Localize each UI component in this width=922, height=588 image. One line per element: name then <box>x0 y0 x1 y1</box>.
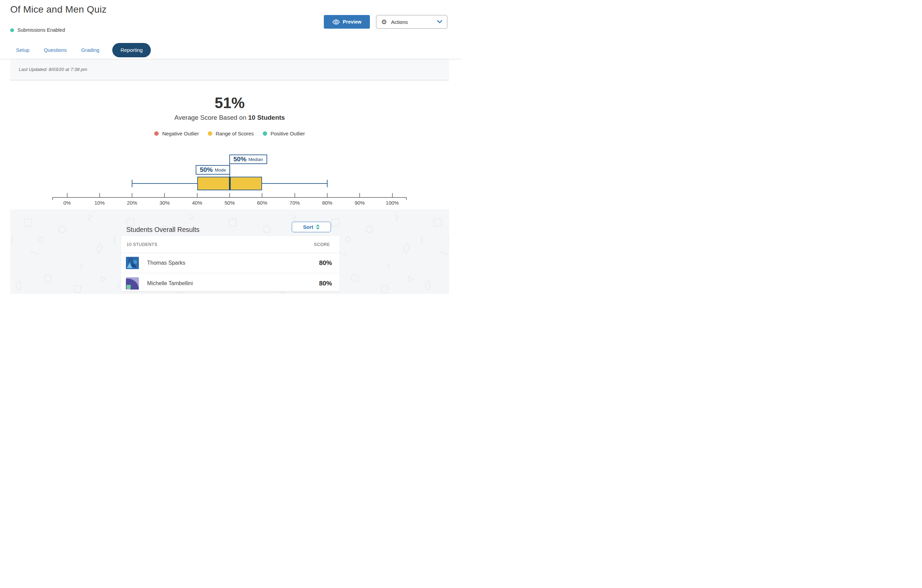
axis-tick-label: 90% <box>348 200 372 206</box>
status-label: Submissions Enabled <box>17 27 65 33</box>
chevron-down-icon <box>437 20 442 23</box>
max-whisker-cap <box>327 180 328 187</box>
tab-reporting-active[interactable]: Reporting <box>112 43 151 57</box>
axis-tick <box>392 193 393 197</box>
sort-button[interactable]: Sort <box>292 222 331 232</box>
axis-tick-label: 10% <box>88 200 111 206</box>
sort-arrows-icon <box>316 224 320 230</box>
axis-tick-label: 30% <box>152 200 177 206</box>
average-score-subtitle: Average Score Based on 10 Students <box>0 114 459 121</box>
subtitle-student-count: 10 Students <box>248 114 285 121</box>
student-score: 80% <box>319 259 332 267</box>
student-name: Michelle Tambellini <box>147 280 193 286</box>
axis-tick <box>327 193 328 197</box>
min-whisker-cap <box>132 180 132 187</box>
gear-icon: ⚙ <box>381 19 387 25</box>
mode-label: Mode <box>215 167 226 173</box>
sort-label: Sort <box>303 224 313 230</box>
page-title: Of Mice and Men Quiz <box>10 4 107 15</box>
legend-label: Positive Outlier <box>271 131 305 136</box>
negative-outlier-dot-icon <box>154 131 159 136</box>
status-dot-icon <box>10 28 14 32</box>
score-table-header: 10 STUDENTS SCORE <box>121 236 340 253</box>
median-connector-line <box>229 155 230 177</box>
legend-label: Range of Scores <box>216 131 254 136</box>
preview-label: Preview <box>343 19 362 24</box>
tab-grading[interactable]: Grading <box>81 43 99 57</box>
axis-tick-label: 20% <box>120 200 144 206</box>
avatar <box>126 257 139 269</box>
mode-value: 50% <box>199 166 213 173</box>
axis-tick-label: 80% <box>315 200 339 206</box>
column-students: 10 STUDENTS <box>127 242 157 247</box>
axis-tick <box>99 193 100 197</box>
legend-item-negative-outlier: Negative Outlier <box>154 131 199 136</box>
students-score-card: 10 STUDENTS SCORE Thomas Spar <box>121 236 340 292</box>
tab-bar: Setup Questions Grading Reporting <box>16 43 151 57</box>
average-score-value: 51% <box>0 95 459 111</box>
axis-tick-label: 70% <box>283 200 307 206</box>
axis-tick-label: 60% <box>250 200 274 206</box>
student-score: 80% <box>319 280 332 287</box>
axis-tick-label: 50% <box>218 200 242 206</box>
left-whisker <box>132 183 197 184</box>
submission-status: Submissions Enabled <box>10 27 65 33</box>
axis-tick-label: 100% <box>381 200 404 206</box>
column-score: SCORE <box>314 242 330 247</box>
score-boxplot: 50% Median 50% Mode 0%10%20%30%40%50%60%… <box>0 150 461 209</box>
last-updated-text: Last Updated: 8/03/20 at 7:38 pm <box>10 59 449 80</box>
student-name: Thomas Sparks <box>147 260 185 266</box>
preview-button[interactable]: Preview <box>324 15 370 29</box>
legend-item-range-of-scores: Range of Scores <box>208 131 254 136</box>
median-callout: 50% Median <box>229 155 267 164</box>
median-value: 50% <box>234 155 246 163</box>
axis-left-endcap <box>52 197 53 200</box>
results-heading: Students Overall Results <box>126 226 199 234</box>
axis-tick <box>229 193 230 197</box>
median-bar <box>229 177 230 190</box>
range-of-scores-dot-icon <box>208 131 212 136</box>
avatar <box>126 277 139 289</box>
subtitle-prefix: Average Score Based on <box>174 114 248 121</box>
tab-setup[interactable]: Setup <box>16 43 29 57</box>
right-whisker <box>262 183 327 184</box>
x-axis <box>52 197 407 198</box>
axis-tick-label: 40% <box>185 200 209 206</box>
axis-right-endcap <box>406 197 407 200</box>
boxplot-legend: Negative Outlier Range of Scores Positiv… <box>0 131 459 136</box>
axis-tick <box>294 193 295 197</box>
axis-tick <box>67 193 67 197</box>
legend-item-positive-outlier: Positive Outlier <box>263 131 305 136</box>
positive-outlier-dot-icon <box>263 131 267 136</box>
actions-button[interactable]: ⚙ Actions <box>376 15 447 29</box>
quiz-reporting-page: Of Mice and Men Quiz Submissions Enabled… <box>0 0 461 294</box>
eye-icon <box>332 20 340 24</box>
axis-tick <box>197 193 198 197</box>
student-row[interactable]: Michelle Tambellini 80% <box>121 273 340 293</box>
axis-tick <box>164 193 165 197</box>
mode-callout: 50% Mode <box>196 165 230 175</box>
actions-label: Actions <box>391 19 408 25</box>
student-row[interactable]: Thomas Sparks 80% <box>121 253 340 273</box>
axis-tick <box>262 193 262 197</box>
axis-tick <box>359 193 360 197</box>
students-results-section: Students Overall Results Sort 10 STUDENT… <box>10 209 449 294</box>
last-updated-strip: Last Updated: 8/03/20 at 7:38 pm <box>10 59 449 80</box>
tab-questions[interactable]: Questions <box>44 43 67 57</box>
axis-tick-label: 0% <box>55 200 79 206</box>
axis-tick <box>132 193 132 197</box>
median-label: Median <box>248 157 263 162</box>
legend-label: Negative Outlier <box>162 131 199 136</box>
